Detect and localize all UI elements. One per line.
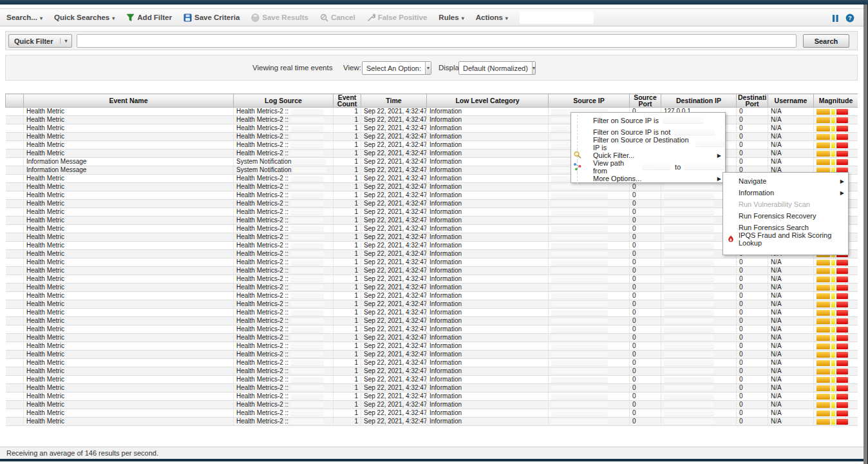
table-cell: N/A xyxy=(768,392,814,401)
quick-filter-dropdown[interactable]: Quick Filter ▾ xyxy=(8,34,72,48)
toolbar-item-search[interactable]: Search...▾ xyxy=(6,14,42,21)
table-row[interactable]: Health MetricHealth Metrics-2 :: 1Sep 22… xyxy=(6,342,858,351)
redacted-text xyxy=(290,134,324,140)
table-cell: Sep 22, 2021, 4:32:47 PM xyxy=(361,384,427,392)
scrollbar-thumb[interactable] xyxy=(863,5,867,464)
column-header-magnitude[interactable]: Magnitude xyxy=(814,94,858,108)
quick-filter-input[interactable] xyxy=(77,34,797,48)
table-row[interactable]: Health MetricHealth Metrics-2 :: 1Sep 22… xyxy=(6,367,858,376)
table-row[interactable]: Health MetricHealth Metrics-2 :: 1Sep 22… xyxy=(6,384,858,392)
table-row[interactable]: Health MetricHealth Metrics-2 :: 1Sep 22… xyxy=(6,392,858,401)
column-header-event-count[interactable]: Event Count xyxy=(334,94,361,108)
table-row[interactable]: Health MetricHealth Metrics-2 :: 1Sep 22… xyxy=(6,309,858,317)
help-button[interactable]: ? xyxy=(845,14,854,23)
column-header-destinati-port[interactable]: Destinati Port xyxy=(737,94,768,108)
redacted-text xyxy=(664,243,714,249)
table-cell: Sep 22, 2021, 4:32:47 PM xyxy=(361,275,427,284)
redacted-text xyxy=(664,327,714,333)
table-cell xyxy=(6,342,24,351)
table-row[interactable]: Health MetricHealth Metrics-2 :: 1Sep 22… xyxy=(6,317,858,325)
display-select[interactable]: Default (Normalized) ▾ xyxy=(458,61,536,75)
table-row[interactable]: Health MetricHealth Metrics-2 :: 1Sep 22… xyxy=(6,141,858,150)
menu-item-information[interactable]: Information▶ xyxy=(723,187,848,198)
menu-item-ipqs-fraud-and-risk-scoring-lookup[interactable]: IPQS Fraud and Risk Scoring Lookup xyxy=(723,233,848,245)
vertical-scrollbar[interactable] xyxy=(863,0,868,464)
table-cell xyxy=(661,409,737,418)
toolbar-item-label: Cancel xyxy=(331,14,355,21)
table-cell: Health Metrics-2 :: xyxy=(234,367,334,376)
table-cell: Information xyxy=(427,158,549,166)
table-row[interactable]: Health MetricHealth Metrics-2 :: 1Sep 22… xyxy=(6,108,858,116)
table-cell xyxy=(549,392,630,401)
table-cell: Health Metrics-2 :: xyxy=(234,392,334,401)
magnitude-bar xyxy=(816,409,855,417)
table-cell: Sep 22, 2021, 4:32:47 PM xyxy=(361,342,427,351)
table-row[interactable]: Health MetricHealth Metrics-2 :: 1Sep 22… xyxy=(6,275,858,284)
toolbar-item-quick-searches[interactable]: Quick Searches▾ xyxy=(54,14,115,21)
toolbar-item-add-filter[interactable]: Add Filter xyxy=(126,14,172,22)
table-cell xyxy=(6,150,24,158)
column-header-select[interactable] xyxy=(6,94,24,108)
table-row[interactable]: Information MessageSystem Notification 1… xyxy=(6,158,858,166)
menu-item-view-path-from[interactable]: View path fromto xyxy=(577,161,725,173)
table-row[interactable]: Health MetricHealth Metrics-2 :: 1Sep 22… xyxy=(6,401,858,409)
table-cell: 1 xyxy=(334,116,361,124)
menu-item-filter-on-source-ip-is[interactable]: Filter on Source IP is xyxy=(577,115,725,126)
column-header-log-source[interactable]: Log Source xyxy=(234,94,334,108)
table-row[interactable]: Health MetricHealth Metrics-2 :: 1Sep 22… xyxy=(6,376,858,384)
column-header-destination-ip[interactable]: Destination IP xyxy=(661,94,737,108)
toolbar-item-actions[interactable]: Actions▾ xyxy=(476,14,508,21)
redacted-text xyxy=(684,164,725,170)
column-header-source-port[interactable]: Source Port xyxy=(630,94,661,108)
menu-item-filter-on-source-or-destination-ip-is[interactable]: Filter on Source or Destination IP is xyxy=(577,138,725,150)
column-header-source-ip[interactable]: Source IP xyxy=(549,94,630,108)
redacted-text xyxy=(290,260,324,266)
table-cell: Health Metric xyxy=(24,133,234,141)
menu-item-more-options[interactable]: More Options...▶ xyxy=(577,173,725,184)
table-row[interactable]: Health MetricHealth Metrics-2 :: 1Sep 22… xyxy=(6,351,858,359)
table-row[interactable]: Health MetricHealth Metrics-2 :: 1Sep 22… xyxy=(6,284,858,292)
table-cell xyxy=(549,401,630,409)
table-row[interactable]: Health MetricHealth Metrics-2 :: 1Sep 22… xyxy=(6,150,858,158)
table-row[interactable]: Health MetricHealth Metrics-2 :: 1Sep 22… xyxy=(6,133,858,141)
table-cell: Information xyxy=(427,175,549,183)
view-select[interactable]: Select An Option: ▾ xyxy=(362,61,431,75)
toolbar-item-rules[interactable]: Rules▾ xyxy=(439,14,464,21)
table-row[interactable]: Health MetricHealth Metrics-2 :: 1Sep 22… xyxy=(6,359,858,367)
table-row[interactable]: Health MetricHealth Metrics-2 :: 1Sep 22… xyxy=(6,409,858,418)
table-row[interactable]: Health MetricHealth Metrics-2 :: 1Sep 22… xyxy=(6,334,858,342)
table-row[interactable]: Health MetricHealth Metrics-2 :: 1Sep 22… xyxy=(6,325,858,334)
table-row[interactable]: Health MetricHealth Metrics-2 :: 1Sep 22… xyxy=(6,124,858,133)
table-row[interactable]: Health MetricHealth Metrics-2 :: 1Sep 22… xyxy=(6,258,858,267)
table-cell xyxy=(6,242,24,250)
table-cell: 0 xyxy=(630,418,661,426)
table-row[interactable]: Health MetricHealth Metrics-2 :: 1Sep 22… xyxy=(6,418,858,426)
table-row[interactable]: Health MetricHealth Metrics-2 :: 1Sep 22… xyxy=(6,300,858,309)
redacted-text xyxy=(664,268,714,274)
column-header-time[interactable]: Time xyxy=(361,94,427,108)
column-header-event-name[interactable]: Event Name xyxy=(24,94,234,108)
search-button[interactable]: Search xyxy=(803,34,849,48)
menu-item-navigate[interactable]: Navigate▶ xyxy=(723,175,848,187)
table-cell: N/A xyxy=(768,300,814,309)
table-cell: 0 xyxy=(737,116,768,124)
column-header-username[interactable]: Username xyxy=(768,94,814,108)
table-row[interactable]: Health MetricHealth Metrics-2 :: 1Sep 22… xyxy=(6,116,858,124)
redacted-text xyxy=(290,310,324,316)
table-cell xyxy=(814,158,858,166)
toolbar-item-label: Save Criteria xyxy=(194,14,240,21)
redacted-text xyxy=(290,209,324,215)
table-row[interactable]: Health MetricHealth Metrics-2 :: 1Sep 22… xyxy=(6,267,858,275)
table-cell: 0 xyxy=(630,191,661,200)
pause-button[interactable] xyxy=(832,14,839,23)
menu-item-label: Information xyxy=(739,189,774,197)
column-header-low-level-category[interactable]: Low Level Category xyxy=(427,94,549,108)
toolbar-item-save-criteria[interactable]: Save Criteria xyxy=(184,14,240,22)
table-cell: Information xyxy=(427,225,549,233)
table-cell: 0 xyxy=(737,133,768,141)
table-cell: Sep 22, 2021, 4:32:47 PM xyxy=(361,116,427,124)
table-row[interactable]: Health MetricHealth Metrics-2 :: 1Sep 22… xyxy=(6,292,858,300)
menu-item-run-forensics-recovery[interactable]: Run Forensics Recovery xyxy=(723,210,848,222)
table-cell xyxy=(661,384,737,392)
table-cell: 1 xyxy=(334,325,361,334)
